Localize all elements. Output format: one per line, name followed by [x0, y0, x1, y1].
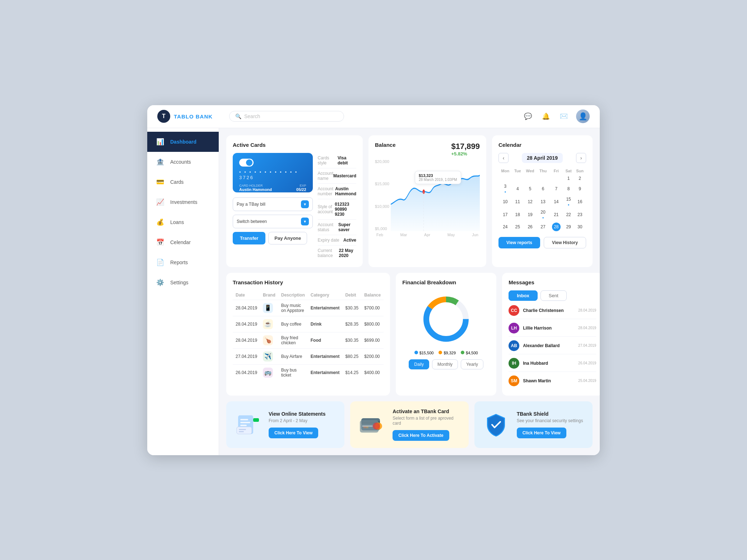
view-reports-button[interactable]: View reports — [498, 237, 540, 248]
cal-day[interactable]: 18 — [512, 208, 523, 221]
daily-btn[interactable]: Daily — [409, 359, 429, 369]
list-item[interactable]: CC Charlie Christensen 28.04.2019 — [509, 305, 596, 319]
msg-date: 26.04.2019 — [578, 361, 596, 365]
card-holder-name: Austin Hammond — [239, 187, 272, 192]
bell-icon[interactable]: 🔔 — [540, 111, 552, 122]
card-details: Cards style Visa debit Account name Mast… — [318, 153, 356, 261]
promo-btn-activate-card[interactable]: Click Here To Activate — [393, 430, 449, 441]
cal-next-btn[interactable]: › — [576, 153, 586, 163]
top-row: Active Cards • • • • • • • • • • • • 372… — [226, 135, 593, 267]
card-detail-row: Cards style Visa debit — [318, 153, 356, 168]
list-item[interactable]: SM Shawn Martin 25.04.2019 — [509, 375, 596, 389]
cal-day[interactable]: 29 — [563, 221, 574, 233]
cal-day[interactable]: 24 — [498, 221, 512, 233]
tx-brand-icon: ✈️ — [263, 351, 273, 361]
sidebar-item-dashboard[interactable]: 📊 Dashboard — [147, 132, 219, 152]
transfer-button[interactable]: Transfer — [233, 232, 265, 244]
cal-day[interactable]: 15● — [563, 195, 574, 208]
messages-panel: Messages Inbox Sent CC Charlie Christens… — [502, 273, 600, 396]
reports-icon: 📄 — [155, 257, 165, 267]
cal-day[interactable]: 1 — [563, 174, 574, 182]
reports-label: Reports — [170, 260, 188, 265]
sidebar-item-cards[interactable]: 💳 Cards — [147, 172, 219, 192]
list-item[interactable]: AB Alexander Ballard 27.04.2019 — [509, 340, 596, 354]
card-detail-row: Account number Austin Hammond — [318, 184, 356, 199]
cal-day[interactable]: 25 — [512, 221, 523, 233]
cal-day[interactable]: 6 — [537, 182, 549, 195]
sent-tab[interactable]: Sent — [540, 290, 567, 301]
cal-day[interactable]: 9 — [574, 182, 586, 195]
breakdown-donut: $15,500 $9,329 $4,500 — [402, 290, 490, 355]
tx-brand-icon: 🍗 — [263, 335, 273, 345]
cal-day[interactable]: 23 — [574, 208, 586, 221]
sidebar-item-reports[interactable]: 📄 Reports — [147, 252, 219, 272]
svg-rect-9 — [239, 429, 246, 430]
cal-day[interactable]: 7 — [549, 182, 563, 195]
sidebar-item-loans[interactable]: 💰 Loans — [147, 212, 219, 232]
mail-icon[interactable]: ✉️ — [558, 111, 570, 122]
card-detail-row: Account name Mastercard — [318, 168, 356, 184]
card-detail-row: Account status Super saver — [318, 220, 356, 235]
msg-date: 25.04.2019 — [578, 379, 596, 383]
dashboard-icon: 📊 — [155, 137, 165, 147]
switch-between-btn[interactable]: Switch between ▾ — [233, 215, 313, 228]
cal-prev-btn[interactable]: ‹ — [498, 153, 509, 163]
yearly-btn[interactable]: Yearly — [461, 359, 483, 369]
cal-day[interactable]: 28 — [549, 221, 563, 233]
cal-day[interactable]: 26 — [523, 221, 537, 233]
promo-title-tbank-shield: TBank Shield — [517, 411, 585, 417]
promo-illustration-activate-card — [357, 412, 386, 437]
cal-day[interactable]: 12 — [523, 195, 537, 208]
calendar-grid: MonTueWedThuFriSatSun123●456789101112131… — [498, 167, 586, 233]
pay-anyone-button[interactable]: Pay Anyone — [268, 232, 307, 244]
card-toggle[interactable] — [239, 159, 254, 167]
cal-day[interactable]: 16 — [574, 195, 586, 208]
cal-day[interactable]: 13 — [537, 195, 549, 208]
cal-day — [523, 174, 537, 182]
promo-btn-tbank-shield[interactable]: Click Here To View — [517, 428, 566, 438]
list-item[interactable]: IH Ina Hubbard 26.04.2019 — [509, 358, 596, 372]
logo-text: TABLO BANK — [174, 113, 213, 120]
cal-day[interactable]: 27 — [537, 221, 549, 233]
view-history-button[interactable]: View History — [544, 237, 586, 248]
donut-legend: $15,500 $9,329 $4,500 — [414, 351, 478, 355]
promo-btn-statements[interactable]: Click Here To View — [269, 428, 318, 438]
cal-day[interactable]: 8 — [563, 182, 574, 195]
cal-day[interactable]: 10 — [498, 195, 512, 208]
cal-day[interactable]: 17 — [498, 208, 512, 221]
list-item[interactable]: LH Lillie Harrison 28.04.2019 — [509, 323, 596, 337]
chart-x-labels: Feb Mar Apr May Jun — [375, 233, 480, 237]
cal-day[interactable]: 5 — [523, 182, 537, 195]
bottom-row: Transaction History DateBrandDescription… — [226, 273, 593, 396]
pay-tbay-btn[interactable]: Pay a TBay bill ▾ — [233, 197, 313, 211]
cal-day[interactable]: 22 — [563, 208, 574, 221]
card-exp-value: 05/22 — [296, 187, 306, 192]
logo-icon: T — [157, 110, 170, 123]
transactions-panel: Transaction History DateBrandDescription… — [226, 273, 390, 396]
msg-name: Lillie Harrison — [523, 326, 575, 331]
user-avatar[interactable]: 👤 — [576, 109, 590, 123]
search-bar[interactable]: 🔍 Search — [229, 111, 344, 122]
inbox-tab[interactable]: Inbox — [509, 290, 538, 301]
sidebar-item-investments[interactable]: 📈 Investments — [147, 192, 219, 212]
chat-icon[interactable]: 💬 — [522, 111, 534, 122]
cal-day[interactable]: 3● — [498, 182, 512, 195]
msg-name: Ina Hubbard — [523, 361, 575, 366]
accounts-label: Accounts — [170, 159, 191, 165]
promo-title-statements: View Online Statements — [269, 411, 337, 417]
cal-day[interactable]: 21 — [549, 208, 563, 221]
cal-day[interactable]: 11 — [512, 195, 523, 208]
settings-label: Settings — [170, 280, 189, 285]
promo-title-activate-card: Activate an TBank Card — [393, 409, 461, 414]
cal-day[interactable]: 19 — [523, 208, 537, 221]
cal-day[interactable]: 2 — [574, 174, 586, 182]
msg-date: 27.04.2019 — [578, 344, 596, 347]
sidebar-item-accounts[interactable]: 🏦 Accounts — [147, 152, 219, 172]
cal-day[interactable]: 30 — [574, 221, 586, 233]
monthly-btn[interactable]: Monthly — [432, 359, 458, 369]
cal-day[interactable]: 14 — [549, 195, 563, 208]
sidebar-item-calendar[interactable]: 📅 Celendar — [147, 232, 219, 252]
cal-day[interactable]: 4 — [512, 182, 523, 195]
cal-day[interactable]: 20● — [537, 208, 549, 221]
sidebar-item-settings[interactable]: ⚙️ Settings — [147, 272, 219, 293]
